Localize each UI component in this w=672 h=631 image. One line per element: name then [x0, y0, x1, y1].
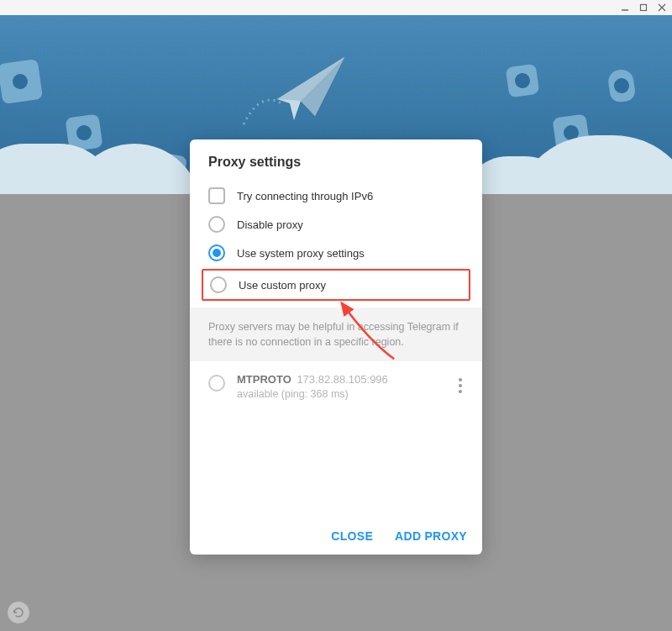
- option-system-proxy[interactable]: Use system proxy settings: [208, 239, 464, 267]
- more-icon[interactable]: [457, 373, 464, 398]
- annotation-highlight: Use custom proxy: [202, 269, 470, 301]
- option-label: Use custom proxy: [239, 279, 326, 292]
- proxy-protocol: MTPROTO: [237, 373, 291, 386]
- add-proxy-button[interactable]: ADD PROXY: [395, 529, 467, 543]
- modal-overlay: Proxy settings Try connecting through IP…: [0, 15, 672, 631]
- radio-icon: [210, 276, 227, 293]
- radio-icon: [208, 375, 225, 392]
- minimize-icon[interactable]: [620, 3, 630, 13]
- option-label: Use system proxy settings: [237, 247, 365, 260]
- maximize-icon[interactable]: [638, 3, 648, 13]
- radio-icon: [208, 245, 225, 261]
- proxy-status: available (ping: 368 ms): [237, 388, 445, 400]
- proxy-item[interactable]: MTPROTO 173.82.88.105:996 available (pin…: [208, 373, 464, 400]
- close-button[interactable]: CLOSE: [331, 529, 373, 543]
- window-titlebar: [0, 0, 672, 15]
- checkbox-icon: [208, 187, 225, 204]
- option-ipv6[interactable]: Try connecting through IPv6: [208, 181, 464, 210]
- option-label: Disable proxy: [237, 218, 303, 231]
- option-label: Try connecting through IPv6: [237, 190, 373, 202]
- option-disable-proxy[interactable]: Disable proxy: [208, 210, 464, 239]
- proxy-list: MTPROTO 173.82.88.105:996 available (pin…: [190, 361, 482, 518]
- option-custom-proxy[interactable]: Use custom proxy: [208, 274, 464, 296]
- radio-icon: [208, 216, 225, 233]
- proxy-settings-modal: Proxy settings Try connecting through IP…: [190, 139, 482, 555]
- svg-rect-1: [641, 5, 647, 11]
- proxy-info-text: Proxy servers may be helpful in accessin…: [190, 308, 482, 361]
- modal-footer: CLOSE ADD PROXY: [190, 518, 482, 555]
- proxy-options-group: Try connecting through IPv6 Disable prox…: [190, 181, 482, 308]
- modal-title: Proxy settings: [190, 139, 482, 181]
- proxy-info: MTPROTO 173.82.88.105:996 available (pin…: [237, 373, 445, 400]
- proxy-address: 173.82.88.105:996: [297, 373, 387, 386]
- close-icon[interactable]: [657, 3, 667, 13]
